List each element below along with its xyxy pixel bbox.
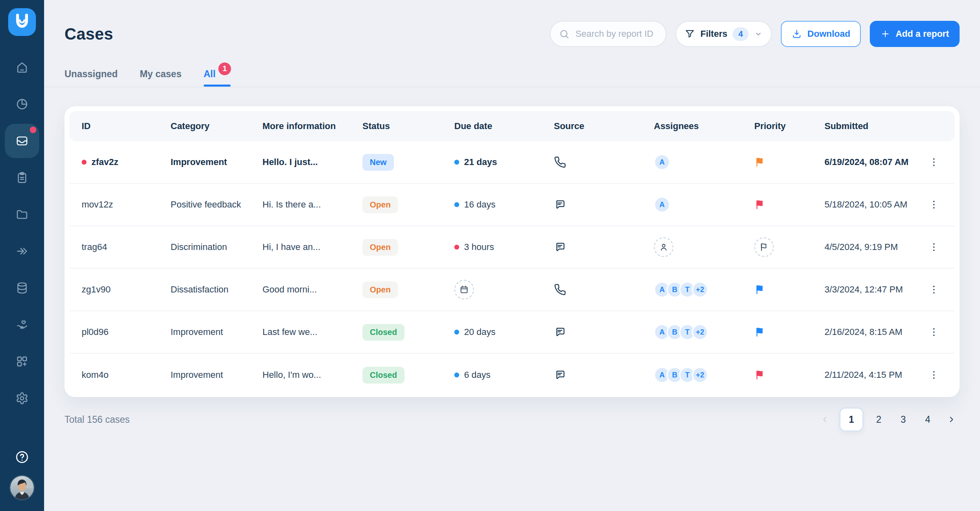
case-due-date: 20 days [454, 327, 554, 337]
sidebar-item-collapse[interactable] [5, 233, 39, 270]
case-more-information: Good morni... [262, 284, 362, 295]
sidebar-item-analytics[interactable] [5, 86, 39, 123]
sidebar-item-care[interactable] [5, 306, 39, 343]
download-button[interactable]: Download [781, 21, 861, 47]
sidebar-item-files[interactable] [5, 196, 39, 233]
assignee-chips[interactable]: A [654, 196, 754, 213]
assignee-chips[interactable]: ABT+2 [654, 281, 754, 298]
download-label: Download [807, 29, 850, 39]
due-dot [454, 373, 459, 377]
filters-button[interactable]: Filters 4 [676, 21, 772, 47]
double-arrow-icon [16, 245, 29, 258]
assignee-chip: A [654, 196, 670, 213]
case-row[interactable]: pl0d96 Improvement Last few we... Closed… [69, 311, 955, 354]
search-input[interactable] [575, 28, 656, 40]
filters-count-badge: 4 [733, 27, 749, 41]
row-menu-button[interactable] [925, 154, 942, 171]
row-menu-button[interactable] [925, 366, 942, 384]
sidebar-item-data[interactable] [5, 270, 39, 306]
column-header: More information [262, 121, 362, 132]
case-source [554, 241, 654, 253]
pagination-page-2[interactable]: 2 [870, 408, 888, 431]
sidebar-item-reports[interactable] [5, 159, 39, 196]
app-logo[interactable] [8, 8, 36, 36]
case-more-information: Hello. I just... [262, 157, 362, 167]
case-priority [754, 156, 824, 168]
search-box[interactable] [550, 21, 667, 47]
case-id-text: zfav2z [91, 157, 118, 167]
case-status: Closed [362, 367, 454, 384]
case-priority [754, 369, 824, 381]
assignee-chips[interactable]: ABT+2 [654, 367, 754, 383]
pagination-page-1[interactable]: 1 [840, 408, 863, 431]
user-avatar[interactable] [10, 476, 34, 500]
pagination-page-3[interactable]: 3 [894, 408, 912, 431]
case-submitted: 2/16/2024, 8:15 AM [824, 327, 918, 337]
case-priority [754, 326, 824, 338]
assignee-chips[interactable]: ABT+2 [654, 324, 754, 340]
assignee-chip: +2 [692, 281, 708, 298]
filters-label: Filters [700, 29, 727, 39]
hand-heart-icon [16, 318, 29, 331]
chevron-left-icon [820, 415, 830, 424]
case-assignees: ABT+2 [654, 281, 754, 298]
tab-unassigned[interactable]: Unassigned [64, 61, 118, 87]
add-report-button[interactable]: Add a report [870, 21, 960, 47]
pagination-next-button[interactable] [943, 408, 960, 431]
sidebar-item-home[interactable] [5, 49, 39, 86]
case-status: Open [362, 196, 454, 213]
tab-all[interactable]: All 1 [204, 61, 231, 87]
sidebar-item-inbox[interactable] [5, 124, 39, 158]
case-assignees: A [654, 154, 754, 170]
column-header: Submitted [824, 121, 918, 132]
case-id-text: zg1v90 [82, 284, 111, 295]
pie-chart-icon [16, 98, 29, 111]
chat-icon [554, 241, 654, 253]
search-icon [559, 29, 570, 40]
case-row[interactable]: zg1v90 Dissatisfaction Good morni... Ope… [69, 269, 955, 311]
row-menu-button[interactable] [925, 196, 942, 213]
chevron-down-icon [754, 29, 763, 38]
page-title: Cases [64, 25, 113, 43]
priority-placeholder[interactable] [754, 237, 774, 257]
row-menu-button[interactable] [925, 324, 942, 341]
assignee-chip: +2 [692, 324, 708, 340]
status-badge: Open [362, 239, 398, 256]
sidebar-item-settings[interactable] [5, 380, 39, 417]
case-id-text: trag64 [82, 242, 107, 252]
main-content: Cases Filters 4 Download Add a report [44, 0, 980, 511]
clipboard-icon [16, 171, 29, 184]
pagination-prev-button[interactable] [817, 408, 833, 431]
gear-icon [16, 392, 29, 405]
case-submitted: 4/5/2024, 9:19 PM [824, 242, 918, 252]
case-row[interactable]: trag64 Discrimination Hi, I have an... O… [69, 226, 955, 269]
case-row[interactable]: mov12z Positive feedback Hi. Is there a.… [69, 184, 955, 226]
tab-my-cases[interactable]: My cases [140, 61, 181, 87]
due-dot [454, 160, 459, 165]
tab-label: Unassigned [64, 69, 118, 80]
case-id-text: pl0d96 [82, 327, 109, 337]
pagination-page-4[interactable]: 4 [919, 408, 937, 431]
case-priority [754, 237, 824, 257]
due-text: 16 days [464, 199, 496, 210]
tab-label: My cases [140, 69, 181, 80]
case-status: New [362, 154, 454, 171]
row-menu-button[interactable] [925, 281, 942, 298]
sidebar [0, 0, 44, 511]
sidebar-item-apps[interactable] [5, 343, 39, 380]
sidebar-bottom [10, 450, 34, 500]
due-date-placeholder[interactable] [454, 280, 474, 299]
case-row[interactable]: kom4o Improvement Hello, I'm wo... Close… [69, 354, 955, 396]
due-text: 21 days [464, 157, 497, 167]
case-row[interactable]: zfav2z Improvement Hello. I just... New … [69, 141, 955, 184]
assignee-chips[interactable]: A [654, 154, 754, 170]
assignee-placeholder[interactable] [654, 237, 673, 257]
case-more-information: Hi, I have an... [262, 242, 362, 252]
help-button[interactable] [15, 450, 29, 464]
case-status: Open [362, 239, 454, 256]
case-more-information: Hello, I'm wo... [262, 370, 362, 380]
case-due-date: 16 days [454, 199, 554, 210]
cases-table-card: IDCategoryMore informationStatusDue date… [64, 106, 960, 397]
chevron-right-icon [947, 415, 956, 424]
row-menu-button[interactable] [925, 239, 942, 256]
